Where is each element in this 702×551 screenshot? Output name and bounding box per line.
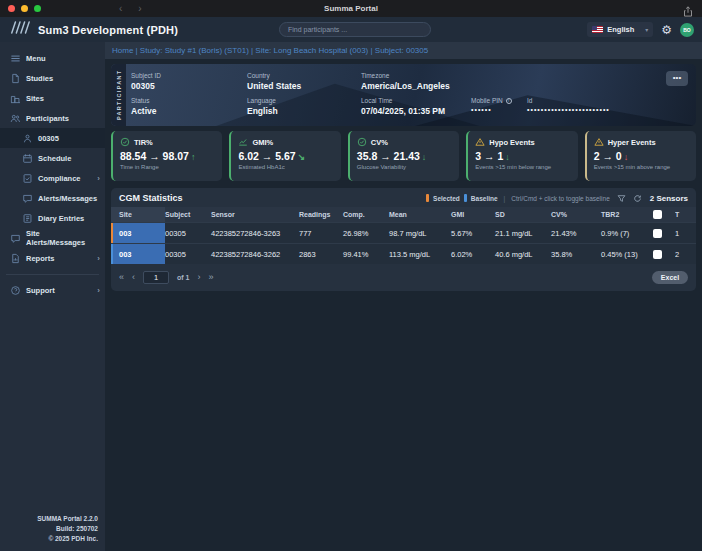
cell-gmi: 5.67%	[451, 223, 495, 243]
report-file-icon	[10, 253, 21, 264]
field-label: Status	[131, 97, 157, 104]
col-comp[interactable]: Comp.	[343, 211, 389, 218]
col-subject[interactable]: Subject	[165, 211, 211, 218]
col-truncated[interactable]: T	[675, 211, 687, 218]
window-title: Summa Portal	[0, 4, 702, 13]
cell-sensor: 422385272846-3262	[211, 244, 299, 264]
check-circle-icon	[357, 137, 367, 147]
trend-up-icon: ↑	[191, 152, 196, 162]
field-value: ••••••	[471, 106, 512, 113]
row-checkbox[interactable]	[653, 229, 662, 238]
footer-copyright: © 2025 PDH Inc.	[37, 534, 98, 544]
field-local-time: Local Time 07/04/2025, 01:35 PM	[361, 97, 445, 116]
field-language: Language English	[247, 97, 278, 116]
toggle-baseline-hint: Ctrl/Cmd + click to toggle baseline	[511, 195, 609, 202]
excel-export-button[interactable]: Excel	[652, 271, 688, 284]
chevron-right-icon: ›	[97, 174, 100, 183]
sidebar-item-support[interactable]: Support ›	[0, 280, 105, 300]
cgm-panel-title: CGM Statistics	[119, 193, 183, 203]
sidebar-item-reports[interactable]: Reports ›	[0, 248, 105, 268]
participant-panel: PARTICIPANT ••• Subject ID 00305 Country…	[111, 64, 696, 126]
field-label: Local Time	[361, 97, 445, 104]
sidebar-item-site-alerts-messages[interactable]: Site Alerts/Messages	[0, 228, 105, 248]
field-label: Timezone	[361, 72, 450, 79]
sidebar-item-label: Support	[26, 286, 55, 295]
users-icon	[10, 113, 21, 124]
field-value: 00305	[131, 81, 161, 91]
field-mobile-pin: Mobile PIN ••••••	[471, 97, 512, 113]
trend-down-icon: ↓	[624, 152, 629, 162]
col-sensor[interactable]: Sensor	[211, 211, 299, 218]
page-number-input[interactable]	[143, 271, 169, 284]
sidebar-divider	[6, 274, 99, 275]
table-row[interactable]: 003 00305 422385272846-3262 2863 99.41% …	[111, 243, 696, 264]
language-select[interactable]: English ▾	[587, 22, 653, 37]
card-title: Hyper Events	[608, 138, 656, 147]
sidebar-item-participants[interactable]: Participants	[0, 108, 105, 128]
select-all-checkbox[interactable]	[653, 210, 662, 219]
chevron-right-icon: ›	[97, 286, 100, 295]
card-value-text: 6.02 → 5.67	[238, 150, 295, 162]
next-page-button[interactable]: ›	[197, 273, 200, 282]
cell-sd: 40.6 mg/dL	[495, 244, 551, 264]
prev-page-button[interactable]: ‹	[132, 273, 135, 282]
info-icon[interactable]	[506, 98, 512, 104]
cell-readings: 777	[299, 223, 343, 243]
message-icon	[10, 233, 21, 244]
sidebar-item-alerts-messages[interactable]: Alerts/Messages	[0, 188, 105, 208]
check-circle-icon	[120, 137, 130, 147]
cell-truncated: 2	[675, 244, 687, 264]
share-icon[interactable]	[683, 3, 693, 21]
card-subtitle: Time in Range	[120, 164, 215, 170]
baseline-legend-marker	[464, 194, 467, 202]
table-header-row: Site Subject Sensor Readings Comp. Mean …	[111, 207, 696, 222]
sidebar-item-compliance[interactable]: Compliance ›	[0, 168, 105, 188]
col-gmi[interactable]: GMI	[451, 211, 495, 218]
cell-tbr2: 0.45% (13)	[601, 244, 653, 264]
table-row[interactable]: 003 00305 422385272846-3263 777 26.98% 9…	[111, 222, 696, 243]
col-mean[interactable]: Mean	[389, 211, 451, 218]
avatar[interactable]: BO	[680, 23, 694, 37]
sidebar-item-schedule[interactable]: Schedule	[0, 148, 105, 168]
cell-subject: 00305	[165, 244, 211, 264]
card-tir: TIR% 88.54 → 98.07↑ Time in Range	[111, 131, 222, 181]
col-site[interactable]: Site	[111, 207, 165, 222]
app-version-footer: SUMMA Portal 2.2.0 Build: 250702 © 2025 …	[37, 514, 98, 544]
col-tbr2[interactable]: TBR2	[601, 211, 653, 218]
sidebar-item-label: 00305	[38, 134, 59, 143]
trend-down-icon: ↓	[422, 152, 427, 162]
last-page-button[interactable]: »	[208, 273, 213, 282]
notebook-icon	[22, 213, 33, 224]
first-page-button[interactable]: «	[119, 273, 124, 282]
col-readings[interactable]: Readings	[299, 211, 343, 218]
sidebar-item-label: Reports	[26, 254, 54, 263]
warning-triangle-icon	[475, 137, 485, 147]
field-status: Status Active	[131, 97, 157, 116]
filter-icon[interactable]	[617, 194, 626, 203]
breadcrumb[interactable]: Home | Study: Study #1 (Boris) (ST01) | …	[105, 42, 702, 59]
row-checkbox[interactable]	[653, 250, 662, 259]
cell-mean: 98.7 mg/dL	[389, 223, 451, 243]
card-value-text: 2 → 0	[594, 150, 622, 162]
sidebar-item-sites[interactable]: Sites	[0, 88, 105, 108]
card-subtitle: Events >15 min above range	[594, 164, 689, 170]
sidebar-item-00305[interactable]: 00305	[0, 128, 105, 148]
gear-icon[interactable]: ⚙	[661, 24, 672, 36]
card-value-text: 35.8 → 21.43	[357, 150, 420, 162]
participant-menu-button[interactable]: •••	[666, 71, 688, 86]
cell-cv: 35.8%	[551, 244, 601, 264]
footer-build: Build: 250702	[37, 524, 98, 534]
search-input[interactable]: Find participants ...	[279, 22, 431, 37]
sidebar-item-studies[interactable]: Studies	[0, 68, 105, 88]
macos-titlebar: ‹ › Summa Portal	[0, 0, 702, 17]
cell-readings: 2863	[299, 244, 343, 264]
col-sd[interactable]: SD	[495, 211, 551, 218]
refresh-icon[interactable]	[633, 194, 642, 203]
warning-triangle-icon	[594, 137, 604, 147]
col-cv[interactable]: CV%	[551, 211, 601, 218]
sidebar-item-menu[interactable]: Menu	[0, 48, 105, 68]
card-subtitle: Events >15 min below range	[475, 164, 570, 170]
cell-mean: 113.5 mg/dL	[389, 244, 451, 264]
user-icon	[22, 133, 33, 144]
sidebar-item-diary-entries[interactable]: Diary Entries	[0, 208, 105, 228]
